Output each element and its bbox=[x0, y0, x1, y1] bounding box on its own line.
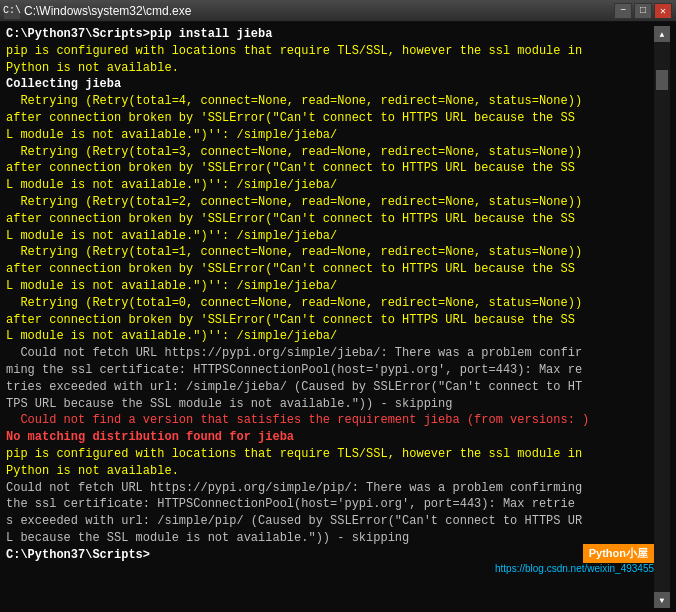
terminal-line: Could not fetch URL https://pypi.org/sim… bbox=[6, 480, 654, 497]
window-icon: C:\ bbox=[4, 3, 20, 19]
watermark-url: https://blog.csdn.net/weixin_493455 bbox=[495, 563, 654, 574]
terminal-line: Retrying (Retry(total=2, connect=None, r… bbox=[6, 194, 654, 211]
terminal-line: ming the ssl certificate: HTTPSConnectio… bbox=[6, 362, 654, 379]
terminal-content: C:\Python37\Scripts>pip install jiebapip… bbox=[6, 26, 654, 608]
terminal-line: tries exceeded with url: /simple/jieba/ … bbox=[6, 379, 654, 396]
terminal-line: L module is not available.")'': /simple/… bbox=[6, 328, 654, 345]
terminal-line: after connection broken by 'SSLError("Ca… bbox=[6, 312, 654, 329]
terminal-line: after connection broken by 'SSLError("Ca… bbox=[6, 160, 654, 177]
terminal-line: L module is not available.")'': /simple/… bbox=[6, 127, 654, 144]
terminal-line: Collecting jieba bbox=[6, 76, 654, 93]
terminal-line: L module is not available.")'': /simple/… bbox=[6, 228, 654, 245]
terminal-line: after connection broken by 'SSLError("Ca… bbox=[6, 211, 654, 228]
terminal-line: Retrying (Retry(total=1, connect=None, r… bbox=[6, 244, 654, 261]
terminal-line: No matching distribution found for jieba bbox=[6, 429, 654, 446]
titlebar: C:\ C:\Windows\system32\cmd.exe − □ ✕ bbox=[0, 0, 676, 22]
scroll-up-button[interactable]: ▲ bbox=[654, 26, 670, 42]
minimize-button[interactable]: − bbox=[614, 3, 632, 19]
terminal-line: L module is not available.")'': /simple/… bbox=[6, 177, 654, 194]
terminal-line: Retrying (Retry(total=0, connect=None, r… bbox=[6, 295, 654, 312]
scroll-thumb[interactable] bbox=[656, 70, 668, 90]
terminal-line: Could not fetch URL https://pypi.org/sim… bbox=[6, 345, 654, 362]
maximize-button[interactable]: □ bbox=[634, 3, 652, 19]
scroll-down-button[interactable]: ▼ bbox=[654, 592, 670, 608]
terminal-body: C:\Python37\Scripts>pip install jiebapip… bbox=[0, 22, 676, 612]
terminal-line: Could not find a version that satisfies … bbox=[6, 412, 654, 429]
scroll-track bbox=[654, 42, 670, 592]
terminal-line: pip is configured with locations that re… bbox=[6, 43, 654, 60]
terminal-line: TPS URL because the SSL module is not av… bbox=[6, 396, 654, 413]
terminal-line: pip is configured with locations that re… bbox=[6, 446, 654, 463]
terminal-line: Python is not available. bbox=[6, 60, 654, 77]
terminal-line: s exceeded with url: /simple/pip/ (Cause… bbox=[6, 513, 654, 530]
terminal-line: the ssl certificate: HTTPSConnectionPool… bbox=[6, 496, 654, 513]
window: C:\ C:\Windows\system32\cmd.exe − □ ✕ C:… bbox=[0, 0, 676, 612]
watermark: Python小屋 https://blog.csdn.net/weixin_49… bbox=[495, 544, 654, 574]
terminal-line: L module is not available.")'': /simple/… bbox=[6, 278, 654, 295]
terminal-line: Retrying (Retry(total=4, connect=None, r… bbox=[6, 93, 654, 110]
terminal-line: after connection broken by 'SSLError("Ca… bbox=[6, 110, 654, 127]
window-controls: − □ ✕ bbox=[614, 3, 672, 19]
close-button[interactable]: ✕ bbox=[654, 3, 672, 19]
terminal-line: Python is not available. bbox=[6, 463, 654, 480]
watermark-logo: Python小屋 bbox=[583, 544, 654, 563]
terminal-line: after connection broken by 'SSLError("Ca… bbox=[6, 261, 654, 278]
terminal-line: Retrying (Retry(total=3, connect=None, r… bbox=[6, 144, 654, 161]
scrollbar[interactable]: ▲ ▼ bbox=[654, 26, 670, 608]
terminal-line: C:\Python37\Scripts>pip install jieba bbox=[6, 26, 654, 43]
window-title: C:\Windows\system32\cmd.exe bbox=[24, 4, 614, 18]
